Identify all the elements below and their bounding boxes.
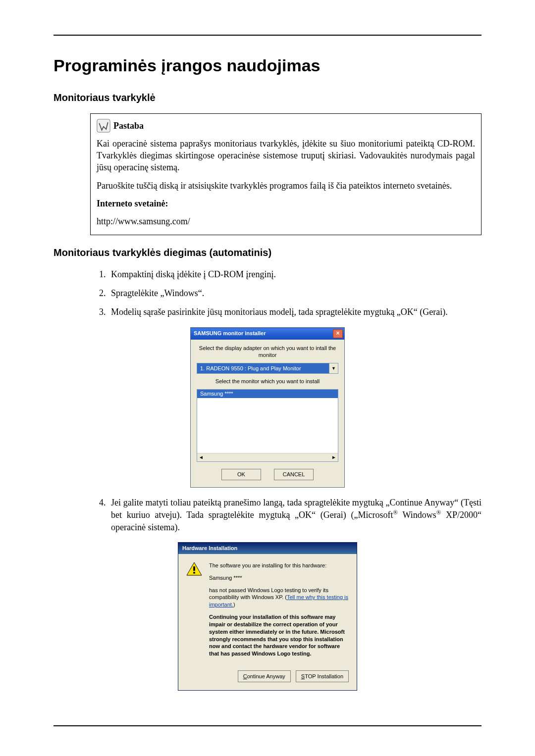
page-rule-top [54,35,482,36]
adapter-dropdown-value: 1. RADEON 9550 : Plug and Play Monitor [197,365,329,372]
monitor-selected-item[interactable]: Samsung **** [197,390,338,398]
page-rule-bottom [54,725,482,726]
install-steps-list-cont: Jei galite matyti toliau pateiktą praneš… [90,497,482,533]
step-4: Jei galite matyti toliau pateiktą praneš… [108,497,482,533]
hardware-installation-dialog: Hardware Installation The software you a… [178,542,357,691]
note-icon [97,119,110,133]
step-4-text-b: Windows [398,510,436,520]
chevron-down-icon[interactable]: ▼ [329,363,338,373]
svg-rect-0 [97,119,110,132]
hw-line-2: Samsung **** [209,574,349,582]
step-1: Kompaktinį diską įdėkite į CD-ROM įrengi… [108,268,482,280]
note-title: Pastaba [113,120,144,132]
warning-icon [186,562,202,576]
hardware-dialog-title: Hardware Installation [178,543,357,554]
adapter-dropdown[interactable]: 1. RADEON 9550 : Plug and Play Monitor ▼ [197,363,338,374]
installer-adapter-label: Select the display adapter on which you … [197,345,338,359]
svg-rect-3 [193,572,195,574]
hw-line-3b: ) [233,602,235,607]
continue-hotkey: C [243,673,247,680]
install-steps-list: Kompaktinį diską įdėkite į CD-ROM įrengi… [90,268,482,318]
horizontal-scrollbar[interactable]: ◄ ► [197,453,338,461]
hw-bold-warning: Continuing your installation of this sof… [209,613,349,657]
close-icon[interactable]: × [333,329,343,338]
note-header: Pastaba [97,119,475,133]
svg-rect-2 [193,566,195,571]
page-title: Programinės įrangos naudojimas [54,54,482,77]
ok-button[interactable]: OK [221,469,261,480]
stop-rest: TOP Installation [305,673,343,680]
registered-mark-2: ® [436,509,441,516]
hardware-warning-figure: Hardware Installation The software you a… [54,542,482,691]
continue-rest: ontinue Anyway [247,673,285,680]
stop-installation-button[interactable]: STOP Installation [296,670,349,682]
scroll-right-icon[interactable]: ► [330,454,338,461]
note-website-label: Interneto svetainė: [97,198,475,209]
registered-mark-1: ® [393,509,398,516]
continue-anyway-button[interactable]: Continue Anyway [238,670,291,682]
installer-title: SAMSUNG monitor installer [194,330,266,337]
note-paragraph-2: Paruoškite tuščią diską ir atsisiųskite … [97,180,475,192]
installer-dialog: SAMSUNG monitor installer × Select the d… [190,327,345,488]
note-paragraph-1: Kai operacinė sistema paprašys monitoria… [97,138,475,174]
section-heading-driver: Monitoriaus tvarkyklė [54,91,482,104]
step-3: Modelių sąraše pasirinkite jūsų monitori… [108,306,482,318]
monitor-listbox[interactable]: Samsung **** ◄ ► [197,389,338,462]
cancel-button[interactable]: CANCEL [274,469,314,480]
installer-figure: SAMSUNG monitor installer × Select the d… [54,327,482,488]
installer-titlebar: SAMSUNG monitor installer × [191,328,344,340]
note-website-url: http://www.samsung.com/ [97,215,475,227]
hw-line-3: has not passed Windows Logo testing to v… [209,587,349,609]
scroll-left-icon[interactable]: ◄ [197,454,205,461]
note-box: Pastaba Kai operacinė sistema paprašys m… [90,113,482,235]
installer-monitor-label: Select the monitor which you want to ins… [197,378,338,385]
section-heading-auto-install: Monitoriaus tvarkyklės diegimas (automat… [54,246,482,259]
stop-hotkey: S [301,673,305,680]
hw-line-1: The software you are installing for this… [209,562,349,569]
step-2: Spragtelėkite „Windows“. [108,287,482,299]
